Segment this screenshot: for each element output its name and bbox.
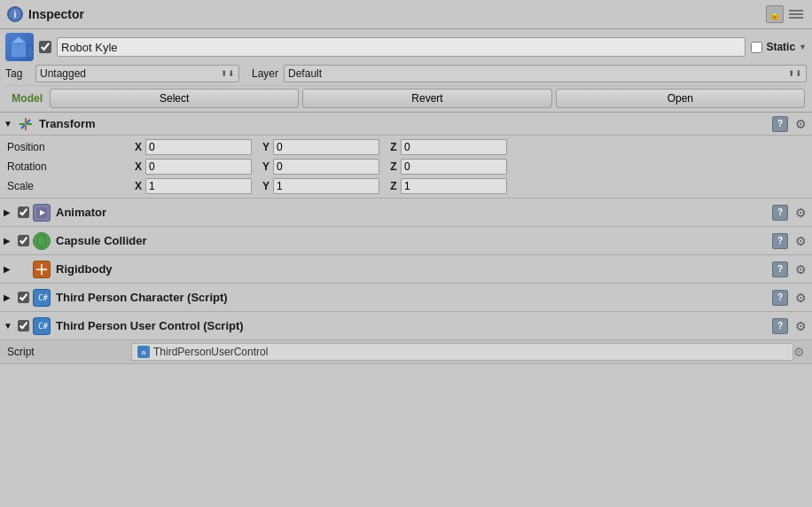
rigidbody-help-button[interactable]: ? <box>772 261 788 277</box>
animator-help-button[interactable]: ? <box>772 205 788 221</box>
scale-z-label: Z <box>386 180 401 192</box>
third-person-user-control-right-btns: ?⚙ <box>772 318 808 334</box>
component-row-animator[interactable]: ▶Animator?⚙ <box>0 199 812 227</box>
component-row-rigidbody[interactable]: ▶Rigidbody?⚙ <box>0 255 812 284</box>
rigidbody-settings-button[interactable]: ⚙ <box>792 261 808 277</box>
tag-value: Untagged <box>40 67 86 80</box>
tag-dropdown[interactable]: Untagged ⬆⬇ <box>35 65 239 82</box>
position-x-input[interactable] <box>145 139 252 155</box>
position-xyz: X Y Z <box>131 139 805 155</box>
transform-header: ▼ Transform ? ⚙ <box>0 113 812 136</box>
open-button[interactable]: Open <box>556 89 805 108</box>
position-label: Position <box>7 141 131 153</box>
script-label: Script <box>7 346 131 358</box>
layer-dropdown[interactable]: Default ⬆⬇ <box>284 65 807 82</box>
rotation-x-label: X <box>131 160 145 173</box>
third-person-user-control-help-button[interactable]: ? <box>772 318 788 334</box>
position-y-label: Y <box>259 141 273 153</box>
third-person-user-control-checkbox[interactable] <box>18 320 29 332</box>
scale-row: Scale X Y Z <box>0 176 812 196</box>
position-y-input[interactable] <box>273 139 379 155</box>
rotation-xyz: X Y Z <box>131 159 805 175</box>
component-row-capsule-collider[interactable]: ▶Capsule Collider?⚙ <box>0 227 812 255</box>
rotation-x-input[interactable] <box>145 159 252 175</box>
svg-text:C#: C# <box>38 293 48 302</box>
transform-right-btns: ? ⚙ <box>772 116 808 132</box>
tag-arrow: ⬆⬇ <box>221 69 235 78</box>
layer-arrow: ⬆⬇ <box>788 69 802 78</box>
select-button[interactable]: Select <box>50 89 299 108</box>
third-person-character-arrow[interactable]: ▶ <box>4 292 14 302</box>
svg-marker-4 <box>11 36 27 43</box>
transform-fields: Position X Y Z Rotation X Y Z <box>0 136 812 199</box>
transform-title: Transform <box>39 117 772 130</box>
title-bar-right: 🔒 <box>766 5 805 23</box>
object-enable-checkbox[interactable] <box>39 41 51 53</box>
layer-value: Default <box>288 67 322 80</box>
rotation-z-input[interactable] <box>401 159 507 175</box>
rigidbody-icon <box>33 261 51 278</box>
svg-marker-5 <box>27 43 34 58</box>
third-person-character-settings-button[interactable]: ⚙ <box>792 290 808 306</box>
position-z-input[interactable] <box>401 139 507 155</box>
rotation-z-label: Z <box>386 160 401 173</box>
third-person-user-control-arrow[interactable]: ▼ <box>4 321 14 331</box>
svg-point-9 <box>24 122 27 126</box>
model-label: Model <box>5 92 48 105</box>
third-person-character-checkbox[interactable] <box>18 292 29 303</box>
position-row: Position X Y Z <box>0 137 812 157</box>
position-z-label: Z <box>386 141 401 153</box>
scale-xyz: X Y Z <box>131 178 805 194</box>
rigidbody-right-btns: ?⚙ <box>772 261 808 277</box>
transform-help-button[interactable]: ? <box>772 116 788 132</box>
svg-text:C#: C# <box>38 322 48 331</box>
script-field-row: ScriptaThirdPersonUserControl⚙ <box>0 340 812 364</box>
capsule-collider-icon <box>33 232 51 250</box>
capsule-collider-checkbox[interactable] <box>18 235 29 246</box>
model-row: Model Select Revert Open <box>5 85 807 108</box>
script-gear-button[interactable]: ⚙ <box>793 345 805 359</box>
svg-rect-3 <box>11 43 27 58</box>
static-checkbox[interactable] <box>751 42 762 53</box>
third-person-character-right-btns: ?⚙ <box>772 290 808 306</box>
transform-arrow[interactable]: ▼ <box>4 119 14 129</box>
object-row: Static ▼ <box>5 33 807 61</box>
menu-icon[interactable] <box>787 5 805 23</box>
third-person-character-help-button[interactable]: ? <box>772 290 788 306</box>
rotation-y-label: Y <box>259 160 273 173</box>
revert-button[interactable]: Revert <box>302 89 551 108</box>
animator-title: Animator <box>56 206 772 219</box>
capsule-collider-arrow[interactable]: ▶ <box>4 236 14 246</box>
animator-arrow[interactable]: ▶ <box>4 207 14 217</box>
animator-settings-button[interactable]: ⚙ <box>792 205 808 221</box>
rotation-row: Rotation X Y Z <box>0 157 812 176</box>
component-row-third-person-user-control[interactable]: ▼C#Third Person User Control (Script)?⚙ <box>0 312 812 340</box>
transform-settings-button[interactable]: ⚙ <box>792 116 808 132</box>
tag-layer-row: Tag Untagged ⬆⬇ Layer Default ⬆⬇ <box>5 65 807 82</box>
static-label: Static <box>766 41 795 53</box>
third-person-character-icon: C# <box>33 289 51 307</box>
transform-icon <box>18 116 34 132</box>
scale-y-input[interactable] <box>273 178 379 194</box>
scale-x-input[interactable] <box>145 178 252 194</box>
rotation-y-input[interactable] <box>273 159 379 175</box>
rotation-label: Rotation <box>7 160 131 173</box>
tag-label: Tag <box>5 67 30 80</box>
capsule-collider-settings-button[interactable]: ⚙ <box>792 233 808 249</box>
component-row-third-person-character[interactable]: ▶C#Third Person Character (Script)?⚙ <box>0 284 812 312</box>
scale-z-input[interactable] <box>401 178 507 194</box>
animator-right-btns: ?⚙ <box>772 205 808 221</box>
script-value[interactable]: aThirdPersonUserControl <box>131 343 793 361</box>
third-person-user-control-settings-button[interactable]: ⚙ <box>792 318 808 334</box>
capsule-collider-title: Capsule Collider <box>56 234 772 247</box>
rigidbody-arrow[interactable]: ▶ <box>4 264 14 274</box>
animator-checkbox[interactable] <box>18 207 29 218</box>
static-dropdown-arrow[interactable]: ▼ <box>799 43 807 51</box>
lock-button[interactable]: 🔒 <box>766 5 784 23</box>
scale-x-label: X <box>131 180 145 192</box>
script-ref-icon: a <box>137 346 150 358</box>
object-name-input[interactable] <box>57 37 746 57</box>
transform-component: ▼ Transform ? ⚙ Position X Y Z <box>0 113 812 199</box>
rigidbody-title: Rigidbody <box>56 262 772 276</box>
capsule-collider-help-button[interactable]: ? <box>772 233 788 249</box>
